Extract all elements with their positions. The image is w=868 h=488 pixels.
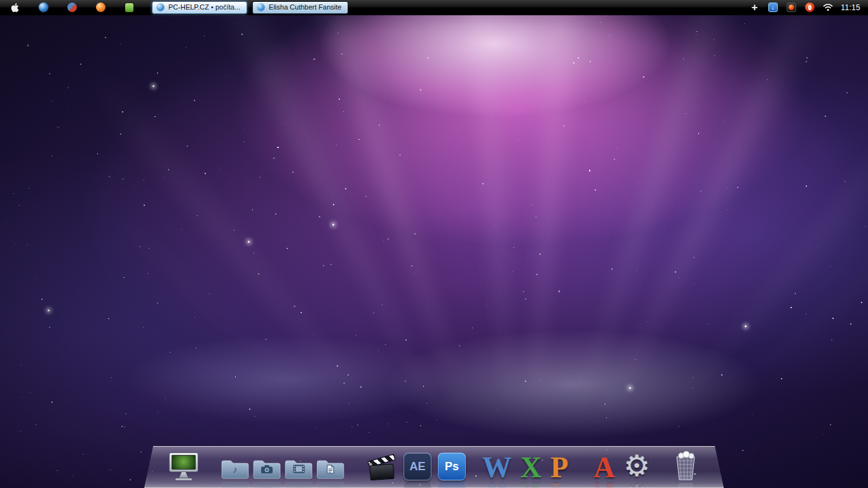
letter-icon: P [550,454,568,480]
wifi-icon[interactable] [822,2,834,13]
dock-item-app-a[interactable]: AA [593,454,614,480]
stars-layer [0,15,868,488]
menubar-status-icons: +↓ [749,2,834,13]
blue-globe-app-icon[interactable] [37,2,49,13]
tab-label: PC-HELP.CZ • počíta... [168,4,240,11]
red-blue-app-icon[interactable] [66,2,78,13]
desktop-screen: PC-HELP.CZ • počíta...Elisha Cuthbert Fa… [0,0,868,488]
browser-tab-1[interactable]: PC-HELP.CZ • počíta... [152,1,247,14]
desktop-wallpaper: ♪ ♪ AEAEPsPsWWXXPPAA⚙⚙ [0,15,868,488]
dock-item-folder-photos[interactable] [252,458,281,480]
folder-movies-icon [284,458,313,480]
dock-item-imac-display[interactable] [168,452,199,480]
menubar-right: +↓ 11:15 [749,2,868,13]
dock-item-imovie[interactable] [368,454,397,480]
vignette [0,15,868,488]
globe-favicon [156,3,165,11]
letter-icon: A [593,454,614,480]
green-app-icon[interactable] [123,2,135,13]
browser-tabs: PC-HELP.CZ • počíta...Elisha Cuthbert Fa… [152,1,348,14]
tab-label: Elisha Cuthbert Fansite [269,4,341,11]
orange-circle-app-icon[interactable] [95,2,106,13]
opera-icon[interactable] [804,2,815,13]
dock-items: ♪ ♪ AEAEPsPsWWXXPPAA⚙⚙ [144,451,724,480]
folder-music-icon: ♪ [220,458,250,480]
dock-item-after-effects[interactable]: AEAE [403,452,431,480]
dock-item-trash[interactable] [673,451,698,480]
dock-item-word[interactable]: WW [482,454,512,480]
media-play-badge-icon[interactable] [785,2,797,13]
gear-icon: ⚙ [624,451,650,480]
new-tab-plus-icon[interactable]: + [749,2,760,13]
dock: ♪ ♪ AEAEPsPsWWXXPPAA⚙⚙ [144,446,724,488]
appsquare-icon: AE [403,452,431,480]
folder-documents-icon [316,458,345,480]
aurora-rays [0,15,868,488]
menubar: PC-HELP.CZ • počíta...Elisha Cuthbert Fa… [0,0,868,15]
apple-logo-icon[interactable] [9,2,20,13]
folder-photos-icon [252,458,281,480]
browser-tab-2[interactable]: Elisha Cuthbert Fansite [252,1,348,14]
menubar-left-icons [0,2,135,13]
dock-item-folder-movies[interactable] [284,458,313,480]
dock-item-folder-documents[interactable] [316,458,345,480]
dock-item-photoshop[interactable]: PsPs [438,452,466,480]
appsquare-icon: Ps [438,452,466,480]
clock[interactable]: 11:15 [841,3,860,12]
dock-item-excel[interactable]: XX [520,454,541,480]
dock-item-folder-music[interactable]: ♪ ♪ [220,458,250,480]
letter-icon: X [520,454,541,480]
dock-item-system-preferences[interactable]: ⚙⚙ [624,451,650,480]
imac-icon [168,452,199,480]
globe-favicon [257,3,265,11]
trash-icon [673,451,698,480]
letter-icon: W [482,454,512,480]
download-arrow-icon[interactable]: ↓ [767,2,778,13]
clapperboard-icon [368,454,397,480]
dock-item-powerpoint[interactable]: PP [550,454,568,480]
